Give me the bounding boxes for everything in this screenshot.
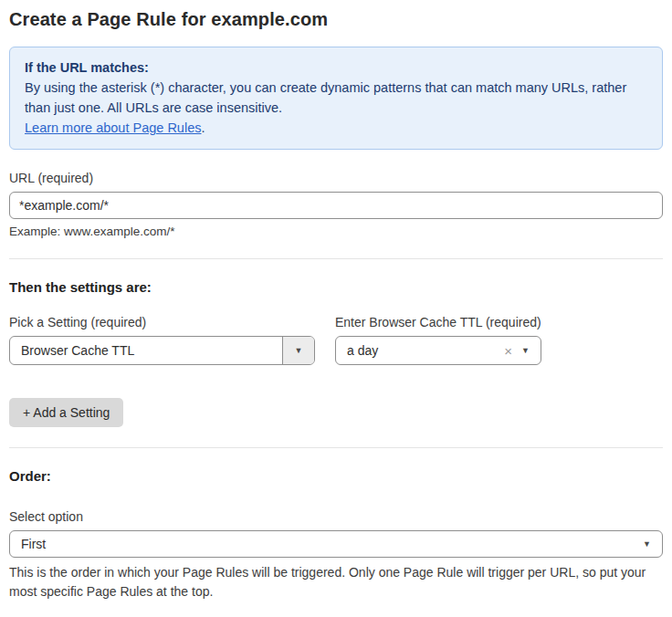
order-section-heading: Order: (9, 468, 663, 484)
setting-picker-label: Pick a Setting (required) (9, 315, 315, 329)
url-input[interactable] (9, 192, 663, 219)
ttl-picker-select[interactable]: a day × ▼ (335, 336, 541, 365)
order-helper-text: This is the order in which your Page Rul… (9, 563, 663, 601)
divider (9, 258, 663, 259)
url-field-label: URL (required) (9, 171, 663, 185)
settings-row: Pick a Setting (required) Browser Cache … (9, 315, 663, 365)
clear-icon[interactable]: × (504, 344, 521, 358)
page-title: Create a Page Rule for example.com (9, 9, 663, 30)
setting-picker-group: Pick a Setting (required) Browser Cache … (9, 315, 315, 365)
ttl-picker-label: Enter Browser Cache TTL (required) (335, 315, 541, 329)
learn-more-link[interactable]: Learn more about Page Rules (25, 120, 201, 135)
ttl-picker-group: Enter Browser Cache TTL (required) a day… (335, 315, 541, 365)
chevron-down-icon: ▼ (295, 347, 303, 355)
divider (9, 447, 663, 448)
setting-picker-arrow-section[interactable]: ▼ (282, 337, 314, 364)
info-box-heading: If the URL matches: (25, 58, 647, 78)
order-select-value: First (10, 537, 643, 551)
setting-picker-select[interactable]: Browser Cache TTL ▼ (9, 336, 315, 365)
page-rule-form: Create a Page Rule for example.com If th… (0, 0, 672, 617)
url-match-info-box: If the URL matches: By using the asteris… (9, 47, 663, 150)
order-select-label: Select option (9, 509, 663, 524)
add-setting-button[interactable]: + Add a Setting (9, 398, 123, 427)
settings-section-heading: Then the settings are: (9, 279, 663, 295)
ttl-picker-value: a day (336, 343, 504, 358)
order-select[interactable]: First ▼ (9, 530, 663, 558)
url-field-helper: Example: www.example.com/* (9, 225, 663, 238)
info-box-link-line: Learn more about Page Rules. (25, 118, 647, 138)
info-box-body: By using the asterisk (*) character, you… (25, 78, 647, 118)
chevron-down-icon: ▼ (521, 347, 541, 355)
chevron-down-icon: ▼ (643, 540, 662, 549)
setting-picker-value: Browser Cache TTL (10, 343, 282, 358)
link-suffix: . (201, 120, 205, 135)
